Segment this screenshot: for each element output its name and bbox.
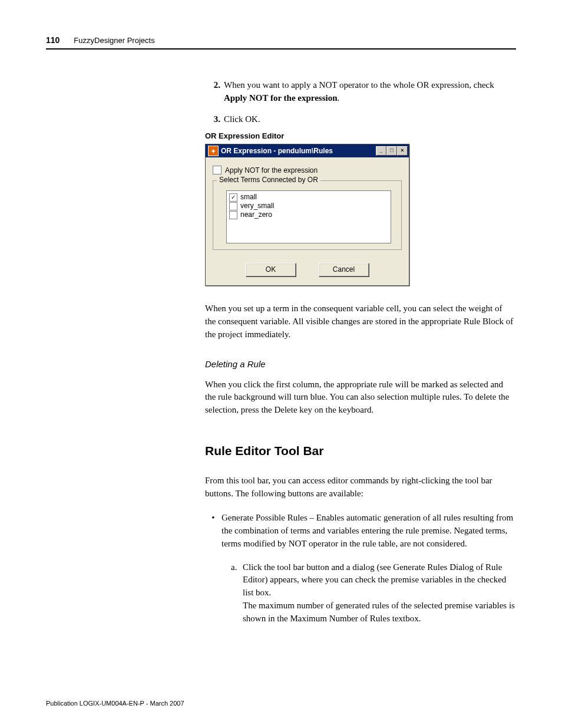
term-checkbox[interactable] bbox=[229, 211, 237, 219]
term-label: small bbox=[240, 193, 257, 202]
minimize-button[interactable]: _ bbox=[376, 146, 386, 156]
apply-not-row[interactable]: Apply NOT for the expression bbox=[213, 166, 402, 174]
toolbar-intro-paragraph: From this tool bar, you can access edito… bbox=[205, 475, 515, 500]
ok-button[interactable]: OK bbox=[246, 263, 296, 277]
step-3: 3. Click OK. bbox=[205, 113, 515, 126]
rule-editor-toolbar-heading: Rule Editor Tool Bar bbox=[205, 444, 515, 458]
apply-not-checkbox[interactable] bbox=[213, 166, 222, 174]
step-2: 2. When you want to apply a NOT operator… bbox=[205, 79, 515, 105]
maximize-button[interactable]: □ bbox=[386, 146, 397, 156]
sub-a-line1: Click the tool bar button and a dialog (… bbox=[243, 561, 515, 599]
sub-list: a. Click the tool bar button and a dialo… bbox=[231, 561, 515, 625]
app-icon: ✦ bbox=[208, 146, 219, 156]
close-button[interactable]: × bbox=[397, 146, 408, 156]
step-3-text: Click OK. bbox=[224, 113, 515, 126]
term-label: very_small bbox=[240, 202, 274, 210]
bullet-generate-rules: • Generate Possible Rules – Enables auto… bbox=[205, 512, 515, 550]
page-number: 110 bbox=[46, 35, 59, 45]
term-checkbox[interactable] bbox=[229, 202, 237, 210]
figure-caption: OR Expression Editor bbox=[205, 131, 515, 140]
term-checkbox[interactable]: ✓ bbox=[229, 193, 237, 202]
consequent-paragraph: When you set up a term in the consequent… bbox=[205, 302, 515, 341]
terms-listbox[interactable]: ✓ small very_small near_zero bbox=[226, 190, 391, 243]
term-row-very-small[interactable]: very_small bbox=[229, 202, 388, 210]
bullet-marker: • bbox=[205, 512, 222, 550]
sub-letter: a. bbox=[231, 561, 243, 625]
step-2-text-bold: Apply NOT for the expression bbox=[224, 93, 338, 103]
sub-a-line2: The maximum number of generated rules of… bbox=[243, 599, 515, 625]
deleting-rule-heading: Deleting a Rule bbox=[205, 359, 515, 369]
dialog-titlebar: ✦ OR Expression - pendulum\Rules _ □ × bbox=[206, 144, 409, 157]
apply-not-label: Apply NOT for the expression bbox=[225, 166, 318, 174]
bullet-text: Generate Possible Rules – Enables automa… bbox=[222, 512, 515, 550]
step-2-text-pre: When you want to apply a NOT operator to… bbox=[224, 80, 494, 90]
step-2-text-post: . bbox=[338, 93, 340, 103]
publication-footer: Publication LOGIX-UM004A-EN-P - March 20… bbox=[46, 700, 184, 707]
header-section: FuzzyDesigner Projects bbox=[74, 36, 154, 45]
dialog-title: OR Expression - pendulum\Rules bbox=[221, 147, 376, 155]
terms-group-label: Select Terms Connected by OR bbox=[217, 176, 320, 184]
or-expression-dialog: ✦ OR Expression - pendulum\Rules _ □ × A… bbox=[205, 144, 409, 286]
deleting-rule-paragraph: When you click the first column, the app… bbox=[205, 378, 515, 417]
cancel-button[interactable]: Cancel bbox=[319, 263, 369, 277]
term-row-small[interactable]: ✓ small bbox=[229, 193, 388, 202]
step-number: 3. bbox=[205, 113, 220, 126]
step-number: 2. bbox=[205, 79, 220, 105]
page-header: 110 FuzzyDesigner Projects bbox=[46, 35, 516, 50]
term-row-near-zero[interactable]: near_zero bbox=[229, 210, 388, 219]
terms-group: Select Terms Connected by OR ✓ small ver… bbox=[213, 180, 402, 250]
term-label: near_zero bbox=[240, 210, 272, 219]
